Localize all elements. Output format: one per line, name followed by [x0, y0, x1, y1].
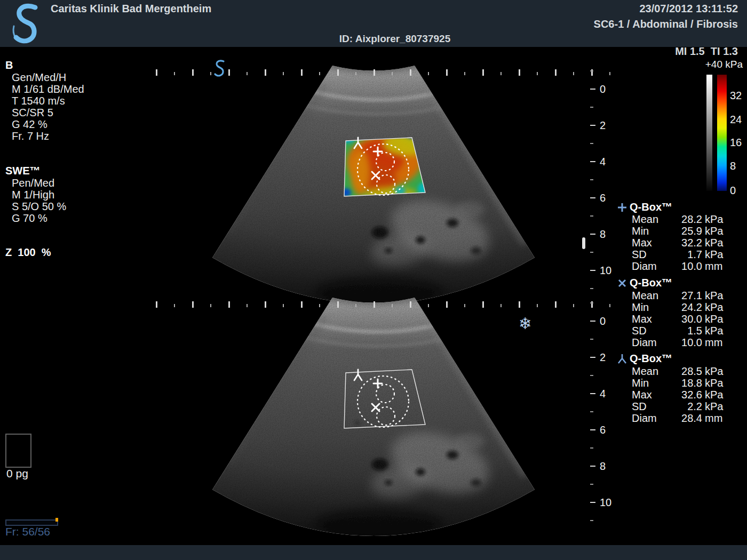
depth-label: 0	[600, 83, 621, 95]
qbox-row: SD2.2kPa	[632, 401, 724, 412]
colorbar-max-label: +40 kPa	[699, 59, 743, 70]
h-ruler-tick	[482, 301, 484, 308]
depth-label: 10	[600, 497, 621, 509]
colorbar-tick: 0	[730, 185, 747, 197]
qbox-row: Min18.8kPa	[632, 377, 724, 389]
h-ruler-tick	[301, 69, 303, 76]
h-ruler-tick	[156, 69, 157, 76]
v-ruler-tick	[590, 357, 595, 358]
qbox-panel-2-header: Q-Box™	[617, 277, 672, 289]
freeze-snowflake-icon: ❄	[519, 316, 532, 332]
bottom-bar	[0, 545, 747, 560]
h-ruler-tick	[573, 72, 574, 75]
v-ruler-tick	[590, 484, 593, 485]
mi-value: MI 1.5	[675, 45, 705, 57]
qbox-row: Diam28.4mm	[632, 412, 724, 424]
patient-id: ID: Aixplorer_80737925	[288, 33, 502, 45]
h-ruler-tick	[428, 72, 429, 75]
v-ruler-tick	[590, 234, 595, 235]
depth-label: 8	[600, 228, 621, 241]
v-ruler-tick	[590, 70, 593, 71]
depth-label: 4	[600, 156, 621, 168]
h-ruler-tick	[428, 304, 429, 307]
v-ruler-tick	[590, 215, 593, 217]
qbox-row: Mean28.2kPa	[632, 213, 724, 225]
h-ruler-tick	[210, 304, 211, 307]
trident-marker-icon	[617, 354, 627, 364]
h-ruler-tick	[374, 301, 375, 308]
h-ruler-tick	[573, 304, 574, 307]
v-ruler-tick	[590, 179, 593, 180]
h-ruler-tick	[410, 301, 411, 308]
v-ruler-tick	[590, 143, 593, 144]
h-ruler-tick	[410, 69, 411, 76]
qbox-row: Min25.9kPa	[632, 225, 724, 237]
h-ruler-tick	[609, 304, 610, 307]
h-ruler-tick	[301, 301, 303, 308]
v-ruler-tick	[590, 429, 595, 430]
h-ruler-tick	[464, 72, 465, 75]
h-ruler-tick	[355, 304, 356, 307]
colorbar-tick: 16	[730, 137, 747, 149]
h-ruler-tick	[283, 304, 284, 307]
h-ruler-tick	[555, 301, 557, 308]
h-ruler-tick	[210, 72, 211, 75]
h-ruler-tick	[192, 301, 194, 308]
h-ruler-tick	[174, 72, 175, 75]
zoom-level: Z 100 %	[5, 246, 51, 259]
qbox-title: Q-Box™	[630, 353, 672, 365]
v-ruler-tick	[590, 339, 593, 340]
qbox-row: SD1.5kPa	[632, 325, 724, 337]
h-ruler-tick	[446, 301, 448, 308]
swe-image-top[interactable]	[149, 63, 598, 306]
v-ruler-tick	[590, 197, 595, 198]
qbox-row: Max30.0kPa	[632, 313, 724, 325]
h-ruler-tick	[265, 301, 266, 308]
v-ruler-tick	[590, 302, 593, 303]
cine-position-marker	[55, 518, 58, 522]
qbox-row: Diam10.0mm	[632, 260, 724, 272]
datetime: 23/07/2012 13:11:52	[639, 3, 738, 15]
h-ruler-tick	[319, 72, 320, 75]
h-ruler-tick	[392, 304, 393, 307]
h-ruler-tick	[228, 301, 230, 308]
h-ruler-tick	[355, 72, 356, 75]
h-ruler-tick	[500, 304, 502, 307]
swe-param: S 5/O 50 %	[12, 201, 66, 213]
colorbar-tick: 24	[730, 114, 747, 126]
v-ruler-tick	[590, 107, 593, 108]
v-ruler-tick	[590, 252, 593, 253]
transducer-preset: SC6-1 / Abdominal / Fibrosis	[594, 18, 738, 30]
b-mode-param: Fr. 7 Hz	[12, 130, 49, 142]
h-ruler-tick	[319, 304, 320, 307]
screen: Caritas Klinik Bad Mergentheim 23/07/201…	[0, 0, 747, 560]
page-thumbnail[interactable]	[5, 434, 31, 468]
swe-title: SWE™	[5, 165, 41, 177]
depth-label: 0	[600, 315, 621, 327]
qbox-panel-3-header: Q-Box™	[617, 353, 672, 365]
page-indicator: 0 pg	[6, 467, 28, 480]
h-ruler-tick	[537, 304, 538, 307]
h-ruler-tick	[519, 301, 520, 308]
h-ruler-tick	[482, 69, 484, 76]
h-ruler-tick	[464, 304, 465, 307]
focus-marker	[582, 237, 585, 249]
depth-label: 10	[600, 265, 621, 277]
h-ruler-tick	[500, 72, 502, 75]
h-ruler-tick	[228, 69, 230, 76]
v-ruler-tick	[590, 520, 593, 521]
v-ruler-tick	[590, 502, 595, 503]
v-ruler-tick	[590, 466, 595, 467]
v-ruler-tick	[590, 125, 595, 126]
b-mode-param: Gen/Med/H	[12, 71, 66, 84]
h-ruler-tick	[374, 69, 375, 76]
swe-param: G 70 %	[12, 212, 47, 225]
qbox-row: Min24.2kPa	[632, 301, 724, 313]
ti-value: TI 1.3	[711, 45, 738, 57]
qbox-row: Mean27.1kPa	[632, 290, 724, 301]
depth-label: 6	[600, 424, 621, 436]
qbox-row: Mean28.5kPa	[632, 365, 724, 377]
b-mode-param: T 1540 m/s	[12, 95, 65, 107]
colorbar-tick: 8	[730, 160, 747, 172]
depth-label: 4	[600, 388, 621, 400]
